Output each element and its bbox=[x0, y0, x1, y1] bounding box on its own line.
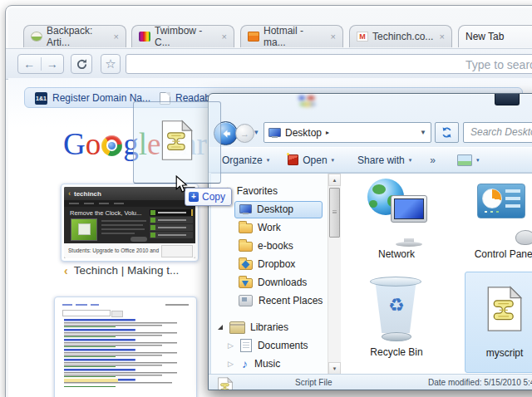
slider-bars-shape bbox=[505, 189, 520, 211]
chevrons-icon: » bbox=[430, 154, 436, 166]
logo-letter: o bbox=[86, 126, 101, 162]
forward-arrow-icon: → bbox=[240, 129, 249, 139]
folder-icon bbox=[239, 242, 253, 252]
tab-close-icon[interactable]: × bbox=[114, 32, 119, 42]
file-item-recycle-bin[interactable]: ♻ Recycle Bin bbox=[358, 275, 435, 371]
backpack-favicon-icon bbox=[31, 32, 42, 42]
techinch-sidebar-decor bbox=[150, 209, 193, 241]
open-button[interactable]: Open ▾ bbox=[288, 154, 334, 166]
most-visited-thumbnail-techinch[interactable]: ‹ techinch Remove the Clock, Volu... bbox=[61, 184, 199, 262]
expanded-triangle-icon[interactable] bbox=[218, 325, 223, 330]
tab-hotmail[interactable]: Hotmail - ma... × bbox=[240, 25, 343, 47]
folder-icon bbox=[239, 223, 253, 233]
scroll-up-icon: ▲ bbox=[332, 178, 337, 183]
address-dropdown-icon[interactable]: ▼ bbox=[420, 129, 426, 136]
decor-result bbox=[64, 329, 187, 337]
hotmail-favicon-icon bbox=[248, 32, 259, 42]
nav-item-dropbox[interactable]: Dropbox bbox=[211, 257, 328, 272]
desktop-icon bbox=[268, 128, 281, 138]
gmail-favicon-icon: M bbox=[357, 32, 368, 42]
tab-twimbow[interactable]: Twimbow - C... × bbox=[131, 25, 234, 47]
techinch-site-name: techinch bbox=[74, 190, 101, 198]
nav-item-recent-places[interactable]: Recent Places bbox=[211, 293, 328, 308]
explorer-command-bar: Organize ▾ Open ▾ Share with ▾ » ▾ bbox=[209, 147, 532, 173]
nav-button-group: ← → bbox=[17, 54, 64, 74]
documents-icon bbox=[240, 339, 252, 352]
copy-label: Copy bbox=[202, 191, 225, 203]
1and1-icon: 1&1 bbox=[35, 92, 47, 105]
bin-rim-shape bbox=[370, 277, 421, 287]
decor-result-highlighted bbox=[64, 379, 187, 387]
file-label: Network bbox=[378, 248, 415, 260]
most-visited-thumbnail-search[interactable] bbox=[54, 297, 197, 397]
address-placeholder: Type to search bbox=[466, 58, 532, 71]
techinch-slide-image bbox=[71, 218, 97, 241]
techinch-article-strip: Students: Upgrade to Office 2010 and bbox=[64, 243, 195, 258]
recent-pages-dropdown-icon[interactable]: ▾ bbox=[254, 128, 259, 136]
collapsed-triangle-icon[interactable]: ▷ bbox=[228, 341, 234, 350]
file-label: myscript bbox=[486, 347, 524, 359]
scroll-up-button[interactable]: ▲ bbox=[328, 174, 341, 186]
explorer-search-box[interactable]: Search Desktop bbox=[463, 122, 532, 143]
script-file-mini-icon bbox=[217, 377, 234, 390]
music-note-icon: ♪ bbox=[242, 357, 248, 370]
decor-result bbox=[64, 319, 187, 327]
drag-copy-tooltip: + Copy bbox=[185, 188, 232, 206]
tab-new-tab[interactable]: New Tab bbox=[458, 25, 532, 47]
back-arrow-icon bbox=[220, 128, 232, 140]
glass-reflection-decor bbox=[307, 96, 315, 100]
back-icon[interactable]: ← bbox=[18, 57, 42, 71]
logo-letter: G bbox=[63, 126, 86, 162]
nav-item-work[interactable]: Work bbox=[211, 220, 328, 235]
reload-button[interactable] bbox=[71, 54, 92, 74]
network-icon bbox=[366, 177, 427, 247]
nav-libraries-header[interactable]: Libraries bbox=[211, 320, 328, 335]
change-view-button[interactable]: ▾ bbox=[457, 154, 480, 166]
read-more-decor bbox=[131, 237, 147, 242]
omnibox-address-bar[interactable]: Type to search bbox=[126, 54, 532, 74]
reload-icon bbox=[76, 58, 88, 71]
nav-item-ebooks[interactable]: e-books bbox=[211, 238, 328, 253]
tab-techinch[interactable]: M Techinch.co... × bbox=[349, 25, 452, 47]
decor-links-row bbox=[62, 302, 189, 308]
refresh-icon bbox=[441, 126, 453, 139]
breadcrumb-arrow-icon[interactable]: ▸ bbox=[326, 129, 329, 136]
collapsed-triangle-icon[interactable]: ▷ bbox=[228, 360, 234, 368]
explorer-nav-row: → ▾ Desktop ▸ ▼ Search Desktop bbox=[209, 119, 532, 147]
tab-close-icon[interactable]: × bbox=[222, 32, 227, 42]
bookmark-star-button[interactable]: ☆ bbox=[101, 54, 121, 74]
glass-reflection-decor bbox=[298, 96, 305, 100]
techinch-nav-decor bbox=[64, 200, 195, 207]
organize-menu[interactable]: Organize ▾ bbox=[222, 154, 269, 166]
window-controls-partial[interactable] bbox=[495, 94, 520, 105]
scroll-down-button[interactable]: ▼ bbox=[328, 362, 341, 375]
tab-close-icon[interactable]: × bbox=[440, 32, 445, 42]
caret-down-icon: ▾ bbox=[409, 157, 412, 164]
file-item-control-panel[interactable]: Control Panel bbox=[466, 177, 532, 273]
recently-closed-link-techinch[interactable]: ‹ Techinch | Making t... bbox=[64, 264, 179, 277]
nav-pane-scrollbar[interactable]: ▲ ▼ bbox=[328, 174, 341, 375]
file-item-myscript-selected[interactable]: myscript bbox=[465, 272, 532, 373]
details-type: Script File bbox=[295, 378, 332, 387]
caret-down-icon: ▾ bbox=[476, 157, 480, 164]
scrollbar-thumb[interactable] bbox=[329, 188, 340, 238]
forward-icon[interactable]: → bbox=[42, 57, 64, 71]
star-icon: ☆ bbox=[105, 56, 116, 71]
decor-result bbox=[64, 339, 187, 347]
share-with-menu[interactable]: Share with ▾ bbox=[357, 154, 411, 166]
nav-item-downloads[interactable]: Downloads bbox=[211, 275, 328, 290]
refresh-button[interactable] bbox=[435, 122, 459, 143]
nav-item-documents[interactable]: ▷ Documents bbox=[211, 338, 328, 353]
recycle-symbol-icon: ♻ bbox=[388, 297, 405, 315]
tab-backpack[interactable]: Backpack: Arti... × bbox=[23, 25, 126, 47]
tab-close-icon[interactable]: × bbox=[331, 32, 336, 42]
tab-strip: Backpack: Arti... × Twimbow - C... × Hot… bbox=[6, 24, 532, 48]
file-item-network[interactable]: Network bbox=[358, 177, 435, 273]
explorer-forward-button[interactable]: → bbox=[235, 124, 254, 143]
explorer-titlebar[interactable] bbox=[209, 94, 532, 119]
breadcrumb-location[interactable]: Desktop bbox=[285, 127, 322, 139]
file-list-pane: Network Control Panel bbox=[341, 174, 532, 375]
toolbar-overflow-chevron[interactable]: » bbox=[430, 154, 436, 166]
explorer-address-bar[interactable]: Desktop ▸ ▼ bbox=[264, 122, 431, 143]
nav-item-music[interactable]: ▷ ♪ Music bbox=[211, 356, 328, 371]
